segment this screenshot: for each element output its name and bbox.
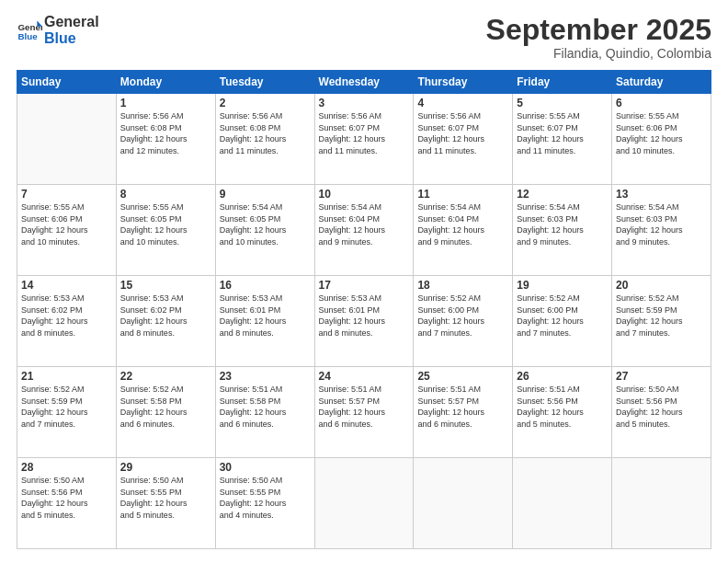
day-info: Sunrise: 5:56 AM Sunset: 6:07 PM Dayligh… [319,110,410,156]
day-info: Sunrise: 5:54 AM Sunset: 6:03 PM Dayligh… [616,201,707,247]
day-info: Sunrise: 5:54 AM Sunset: 6:04 PM Dayligh… [319,201,410,247]
day-number: 27 [616,370,707,383]
day-number: 20 [616,279,707,292]
day-number: 23 [220,370,311,383]
day-number: 16 [220,279,311,292]
header: General Blue General Blue September 2025… [17,14,711,61]
logo-line2: Blue [44,30,99,47]
calendar-header-row: SundayMondayTuesdayWednesdayThursdayFrid… [17,71,711,94]
day-info: Sunrise: 5:52 AM Sunset: 6:00 PM Dayligh… [417,293,508,339]
day-number: 13 [616,188,707,201]
svg-text:Blue: Blue [17,31,38,41]
day-info: Sunrise: 5:52 AM Sunset: 5:59 PM Dayligh… [616,293,707,339]
calendar-cell [612,458,711,549]
day-header-wednesday: Wednesday [314,71,414,94]
calendar-cell: 14Sunrise: 5:53 AM Sunset: 6:02 PM Dayli… [17,276,117,367]
day-info: Sunrise: 5:53 AM Sunset: 6:01 PM Dayligh… [319,293,410,339]
calendar-body: 1Sunrise: 5:56 AM Sunset: 6:08 PM Daylig… [17,94,711,549]
day-info: Sunrise: 5:50 AM Sunset: 5:55 PM Dayligh… [120,475,211,521]
title-block: September 2025 Filandia, Quindio, Colomb… [486,14,711,61]
day-number: 6 [616,97,707,109]
day-info: Sunrise: 5:56 AM Sunset: 6:08 PM Dayligh… [220,110,311,156]
calendar-cell: 10Sunrise: 5:54 AM Sunset: 6:04 PM Dayli… [314,185,414,276]
day-number: 10 [319,188,410,201]
calendar-table: SundayMondayTuesdayWednesdayThursdayFrid… [17,70,711,549]
calendar-cell: 20Sunrise: 5:52 AM Sunset: 5:59 PM Dayli… [612,276,711,367]
calendar-cell: 26Sunrise: 5:51 AM Sunset: 5:56 PM Dayli… [513,367,612,458]
day-header-saturday: Saturday [612,71,711,94]
calendar-cell: 23Sunrise: 5:51 AM Sunset: 5:58 PM Dayli… [215,367,314,458]
day-number: 11 [417,188,508,201]
day-info: Sunrise: 5:51 AM Sunset: 5:57 PM Dayligh… [417,384,508,430]
day-number: 21 [21,370,112,383]
calendar-cell: 6Sunrise: 5:55 AM Sunset: 6:06 PM Daylig… [612,94,711,185]
day-number: 25 [417,370,508,383]
calendar-cell: 27Sunrise: 5:50 AM Sunset: 5:56 PM Dayli… [612,367,711,458]
day-number: 26 [517,370,608,383]
day-number: 19 [517,279,608,292]
day-info: Sunrise: 5:53 AM Sunset: 6:02 PM Dayligh… [120,293,211,339]
calendar-cell: 15Sunrise: 5:53 AM Sunset: 6:02 PM Dayli… [116,276,215,367]
day-number: 8 [120,188,211,201]
calendar-cell: 4Sunrise: 5:56 AM Sunset: 6:07 PM Daylig… [414,94,513,185]
day-info: Sunrise: 5:55 AM Sunset: 6:06 PM Dayligh… [616,110,707,156]
calendar-cell: 7Sunrise: 5:55 AM Sunset: 6:06 PM Daylig… [17,185,117,276]
day-number: 14 [21,279,112,292]
day-info: Sunrise: 5:56 AM Sunset: 6:08 PM Dayligh… [120,110,211,156]
day-info: Sunrise: 5:50 AM Sunset: 5:56 PM Dayligh… [616,384,707,430]
day-info: Sunrise: 5:52 AM Sunset: 6:00 PM Dayligh… [517,293,608,339]
calendar-cell: 16Sunrise: 5:53 AM Sunset: 6:01 PM Dayli… [215,276,314,367]
calendar-cell: 5Sunrise: 5:55 AM Sunset: 6:07 PM Daylig… [513,94,612,185]
day-info: Sunrise: 5:51 AM Sunset: 5:58 PM Dayligh… [220,384,311,430]
location-subtitle: Filandia, Quindio, Colombia [486,46,711,61]
day-info: Sunrise: 5:53 AM Sunset: 6:02 PM Dayligh… [21,293,112,339]
day-info: Sunrise: 5:54 AM Sunset: 6:03 PM Dayligh… [517,201,608,247]
day-number: 24 [319,370,410,383]
calendar-cell: 24Sunrise: 5:51 AM Sunset: 5:57 PM Dayli… [314,367,414,458]
day-header-sunday: Sunday [17,71,117,94]
day-header-tuesday: Tuesday [215,71,314,94]
calendar-cell: 8Sunrise: 5:55 AM Sunset: 6:05 PM Daylig… [116,185,215,276]
day-number: 9 [220,188,311,201]
calendar-cell: 2Sunrise: 5:56 AM Sunset: 6:08 PM Daylig… [215,94,314,185]
day-info: Sunrise: 5:55 AM Sunset: 6:06 PM Dayligh… [21,201,112,247]
day-info: Sunrise: 5:52 AM Sunset: 5:59 PM Dayligh… [21,384,112,430]
calendar-cell [314,458,414,549]
day-info: Sunrise: 5:54 AM Sunset: 6:04 PM Dayligh… [417,201,508,247]
day-number: 7 [21,188,112,201]
calendar-cell: 1Sunrise: 5:56 AM Sunset: 6:08 PM Daylig… [116,94,215,185]
logo: General Blue General Blue [17,14,99,48]
calendar-cell: 9Sunrise: 5:54 AM Sunset: 6:05 PM Daylig… [215,185,314,276]
day-number: 12 [517,188,608,201]
day-number: 17 [319,279,410,292]
calendar-cell: 13Sunrise: 5:54 AM Sunset: 6:03 PM Dayli… [612,185,711,276]
calendar-cell: 25Sunrise: 5:51 AM Sunset: 5:57 PM Dayli… [414,367,513,458]
week-row-4: 21Sunrise: 5:52 AM Sunset: 5:59 PM Dayli… [17,367,711,458]
day-info: Sunrise: 5:56 AM Sunset: 6:07 PM Dayligh… [417,110,508,156]
day-info: Sunrise: 5:52 AM Sunset: 5:58 PM Dayligh… [120,384,211,430]
day-number: 1 [120,97,211,109]
day-number: 3 [319,97,410,109]
day-info: Sunrise: 5:55 AM Sunset: 6:07 PM Dayligh… [517,110,608,156]
calendar-cell: 30Sunrise: 5:50 AM Sunset: 5:55 PM Dayli… [215,458,314,549]
day-number: 5 [517,97,608,109]
day-number: 18 [417,279,508,292]
logo-line1: General [44,14,99,30]
day-info: Sunrise: 5:55 AM Sunset: 6:05 PM Dayligh… [120,201,211,247]
calendar-cell: 12Sunrise: 5:54 AM Sunset: 6:03 PM Dayli… [513,185,612,276]
day-number: 30 [220,461,311,474]
calendar-cell: 21Sunrise: 5:52 AM Sunset: 5:59 PM Dayli… [17,367,117,458]
calendar-cell [513,458,612,549]
calendar-cell: 29Sunrise: 5:50 AM Sunset: 5:55 PM Dayli… [116,458,215,549]
day-header-thursday: Thursday [414,71,513,94]
page: General Blue General Blue September 2025… [0,0,728,563]
day-number: 2 [220,97,311,109]
day-number: 29 [120,461,211,474]
logo-icon: General Blue [17,17,42,43]
calendar-cell: 19Sunrise: 5:52 AM Sunset: 6:00 PM Dayli… [513,276,612,367]
week-row-3: 14Sunrise: 5:53 AM Sunset: 6:02 PM Dayli… [17,276,711,367]
calendar-cell: 11Sunrise: 5:54 AM Sunset: 6:04 PM Dayli… [414,185,513,276]
day-header-monday: Monday [116,71,215,94]
day-number: 22 [120,370,211,383]
calendar-cell: 3Sunrise: 5:56 AM Sunset: 6:07 PM Daylig… [314,94,414,185]
